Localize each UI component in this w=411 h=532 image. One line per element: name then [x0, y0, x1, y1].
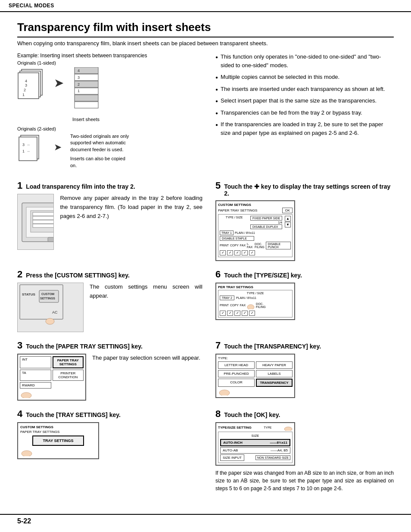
step7-num: 7 [215, 341, 221, 350]
step4-screen: CUSTOM SETTINGS PAPER TRAY SETTINGS TRAY… [17, 422, 99, 459]
insert-sheets-label: Insert sheets [72, 117, 107, 122]
svg-rect-29 [33, 224, 53, 227]
caption-left: Two-sided originals are only supported w… [70, 133, 148, 153]
originals-1sided-diagram: 4 3 2 1 [17, 67, 45, 104]
svg-text:STATUS: STATUS [22, 292, 35, 296]
tray2-diagram [18, 194, 53, 249]
step4-title: Touch the [TRAY SETTINGS] key. [26, 411, 121, 418]
step8-title: Touch the [OK] key. [224, 411, 280, 418]
svg-text:CUSTOM: CUSTOM [41, 292, 54, 296]
svg-rect-30 [48, 237, 53, 242]
step7-header: 7 Touch the [TRANSPARENCY] key. [215, 341, 394, 350]
step6-title: Touch the [TYPE/SIZE] key. [224, 272, 302, 279]
bullet-4: Select insert paper that is the same siz… [215, 96, 394, 105]
svg-point-41 [219, 390, 230, 395]
step8-screen: TYPE/SIZE SETTING TYPE SIZE AUTO-INCH——8… [215, 422, 295, 466]
page-title: Transparency film with insert sheets [17, 21, 394, 37]
step3-title: Touch the [PAPER TRAY SETTINGS] key. [26, 343, 143, 350]
step2-text: The custom settings menu screen will app… [90, 283, 202, 301]
arrow2-icon: ➤ [54, 142, 62, 153]
step5-title: Touch the ✚ key to display the tray sett… [224, 183, 394, 197]
custom-settings-diagram: STATUS CUSTOM SETTINGS AC [18, 283, 83, 332]
svg-rect-28 [33, 220, 53, 224]
svg-text:3: 3 [78, 75, 80, 80]
svg-text:1: 1 [22, 93, 25, 97]
step8-header: 8 Touch the [OK] key. [215, 409, 394, 419]
svg-rect-12 [75, 102, 98, 108]
step1-text: Remove any paper already in the tray 2 b… [60, 194, 202, 221]
svg-rect-2 [18, 73, 39, 99]
svg-text:4: 4 [25, 79, 27, 83]
svg-rect-26 [33, 212, 53, 216]
svg-text:1: 1 [78, 89, 80, 93]
svg-point-43 [284, 427, 292, 431]
step1-image [17, 194, 54, 250]
step6-header: 6 Touch the [TYPE/SIZE] key. [215, 270, 394, 279]
output-stack-diagram: 4 3 2 1 [72, 67, 107, 115]
svg-point-42 [22, 451, 32, 456]
step7-title: Touch the [TRANSPARENCY] key. [224, 343, 321, 350]
step3-screen: INT PAPER TRAYSETTINGS TA PRINTERCONDITI… [17, 354, 86, 401]
bullet-1: This function only operates in "one-side… [215, 53, 394, 69]
svg-text:1: 1 [22, 149, 25, 153]
step2-image: STATUS CUSTOM SETTINGS AC [17, 283, 84, 332]
step8-num: 8 [215, 409, 221, 419]
svg-text:3: 3 [22, 143, 25, 147]
page-number: 5-22 [17, 517, 31, 525]
info-bullets: This function only operates in "one-side… [215, 53, 394, 137]
svg-point-39 [247, 305, 254, 309]
step1-num: 1 [17, 181, 22, 190]
svg-text:2: 2 [78, 82, 80, 87]
svg-text:2: 2 [24, 88, 26, 92]
bullet-5: Transparencies can be fed from the tray … [215, 109, 394, 117]
example-label: Example: Inserting insert sheets between… [17, 53, 202, 59]
step4-header: 4 Touch the [TRAY SETTINGS] key. [17, 409, 202, 419]
arrow-icon: ➤ [54, 76, 64, 90]
bullet-2: Multiple copies cannot be selected in th… [215, 73, 394, 81]
subtitle: When copying onto transparency film, bla… [17, 40, 394, 47]
step5-num: 5 [215, 181, 221, 190]
step2-title: Press the [CUSTOM SETTINGS] key. [26, 272, 130, 279]
step1-header: 1 Load transparency film into the tray 2… [17, 181, 202, 190]
step5-screen: CUSTOM SETTINGS PAPER TRAY SETTINGS OK T… [215, 200, 295, 261]
svg-text:SETTINGS: SETTINGS [40, 297, 55, 300]
step1-title: Load transparency film into the tray 2. [26, 183, 135, 190]
step6-screen: PER TRAY SETTINGS TYPE / SIZE TRAY 2 PLA… [215, 283, 295, 320]
step7-screen: TYPE: LETTER HEAD HEAVY PAPER PRE-PUNCHE… [215, 354, 295, 398]
bullet-6: If the transparencies are loaded in tray… [215, 120, 394, 137]
section-label: SPECIAL MODES [9, 3, 54, 9]
originals-2sided-label: Originals (2-sided) [17, 126, 202, 131]
step2-header: 2 Press the [CUSTOM SETTINGS] key. [17, 270, 202, 279]
svg-text:↔: ↔ [27, 143, 30, 147]
originals-2sided-diagram: 3 1 ↔ ↔ [17, 133, 45, 165]
svg-text:AC: AC [52, 310, 58, 314]
step3-num: 3 [17, 341, 22, 350]
svg-rect-11 [75, 95, 98, 101]
svg-text:4: 4 [78, 68, 80, 73]
step2-num: 2 [17, 270, 22, 279]
step3-header: 3 Touch the [PAPER TRAY SETTINGS] key. [17, 341, 202, 350]
svg-point-40 [21, 392, 31, 398]
section-header: SPECIAL MODES [0, 0, 411, 12]
svg-rect-27 [33, 216, 53, 220]
svg-text:↔: ↔ [27, 149, 30, 153]
originals-1sided-label: Originals (1-sided) [17, 60, 202, 65]
svg-text:3: 3 [25, 83, 27, 87]
step5-header: 5 Touch the ✚ key to display the tray se… [215, 181, 394, 197]
svg-rect-18 [19, 137, 37, 161]
step8-text: If the paper size was changed from an AB… [215, 469, 394, 492]
step6-num: 6 [215, 270, 221, 279]
step3-text: The paper tray selection screen will app… [92, 354, 200, 363]
step4-num: 4 [17, 409, 22, 419]
caption-right: Inserts can also be copied on. [70, 156, 131, 169]
svg-point-38 [46, 318, 54, 324]
bullet-3: The inserts are inserted under each tran… [215, 85, 394, 93]
